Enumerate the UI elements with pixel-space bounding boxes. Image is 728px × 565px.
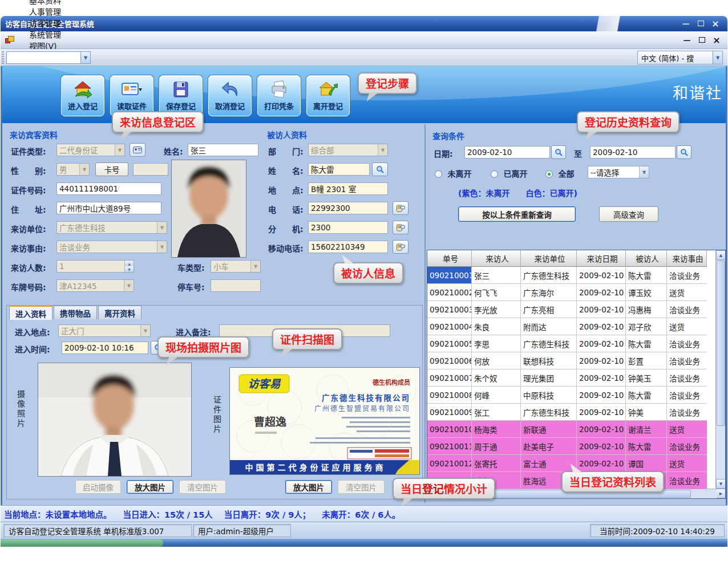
restore-icon[interactable] (694, 18, 707, 29)
address-input[interactable]: 广州市中山大道89号 (56, 202, 161, 214)
table-row[interactable]: 090210001张三广东德生科技2009-02-10陈大雷洽谈业务 (427, 267, 707, 284)
minimize-icon[interactable]: — (680, 18, 692, 29)
mobile-input[interactable]: 15602210349 (308, 241, 388, 253)
menu-item-1[interactable]: 人事管理 (21, 6, 69, 17)
requery-button[interactable]: 按以上条件重新查询 (458, 206, 576, 222)
quick-select-combobox[interactable]: ▼ (6, 51, 91, 64)
place-input[interactable]: B幢 2301 室 (308, 182, 388, 195)
card-number-button[interactable]: 卡号 (95, 162, 128, 176)
scroll-down-icon[interactable]: ▼ (716, 479, 726, 489)
vertical-scrollbar[interactable]: ▲ ▼ ▶ (715, 250, 725, 498)
tab-leave-info[interactable]: 离开资料 (98, 306, 141, 319)
enter-time-input[interactable]: 2009-02-10 10:16 (62, 342, 148, 354)
table-row[interactable]: 090210012张寄托富士通2009-02-10谭国送货 (427, 455, 707, 472)
status-filter-select[interactable]: --请选择 ▼ (588, 166, 649, 178)
dept-label: 部 门: (268, 145, 304, 157)
table-row[interactable]: 090210007朱个奴理光集团2009-02-10钟美玉洽谈业务 (427, 369, 707, 387)
leave-register-button[interactable]: 离开登记 (306, 75, 350, 116)
visit-reason-select[interactable]: 洽谈业务 ▼ (56, 241, 167, 253)
clear-photo-button[interactable]: 清空图片 (179, 480, 226, 494)
plate-select[interactable]: 津A12345 ▼ (56, 279, 134, 292)
radio-all[interactable]: 全部 (545, 168, 574, 179)
table-header-cell[interactable]: 来访人 (472, 250, 521, 266)
table-row[interactable]: 090210011周于通赴美电子2009-02-10陈大雷洽谈业务 (427, 438, 707, 455)
dept-select[interactable]: 综合部 ▼ (308, 144, 388, 156)
table-row[interactable]: 090210010杨海类新联通2009-02-10谢清兰送货 (427, 421, 707, 438)
toolbar-grip[interactable] (2, 51, 4, 64)
date-to-picker-button[interactable] (677, 145, 691, 159)
mdi-minimize-icon[interactable]: — (681, 35, 693, 45)
visit-unit-select[interactable]: 广东德生科技 ▼ (56, 221, 167, 234)
print-slip-button[interactable]: 打印凭条 (257, 75, 301, 116)
chevron-down-icon[interactable]: ▼ (80, 52, 90, 63)
menu-item-0[interactable]: 基本资料 (21, 0, 69, 6)
daily-summary-line: 当前地点：未设置本地地点。 当日进入：15次 / 15人 当日离开：9次 / 9… (1, 505, 727, 522)
parking-input[interactable] (211, 279, 261, 292)
phone-input[interactable]: 22992300 (308, 202, 388, 214)
dial-mobile-button[interactable] (393, 240, 409, 254)
mdi-close-icon[interactable]: × (710, 35, 723, 45)
id-card-reader-button[interactable] (130, 143, 145, 157)
mdi-restore-icon[interactable] (695, 35, 708, 45)
language-bar[interactable]: 中文 (简体) - 搜 ▼ (637, 51, 723, 64)
tab-carried-items[interactable]: 携带物品 (54, 306, 97, 319)
table-cell: 联想科技 (521, 352, 577, 369)
callout-daily-summary: 当日登记情况小计 (393, 478, 495, 499)
table-row[interactable]: 090210005李思广东德生科技2009-02-10陈大雷洽谈业务 (427, 335, 707, 352)
clear-card-button[interactable]: 清空图片 (338, 480, 385, 494)
search-person-button[interactable] (372, 162, 388, 176)
close-icon[interactable]: × (709, 18, 722, 29)
enter-place-select[interactable]: 正大门 ▼ (58, 324, 151, 337)
table-cell: 钟美 (626, 404, 667, 420)
table-row[interactable]: 090210003李光放广东亮相2009-02-10冯惠梅洽谈业务 (427, 301, 707, 318)
visited-name-label: 姓 名: (268, 165, 304, 176)
cert-no-input[interactable]: 4401111980010 (56, 182, 161, 195)
scrollbar-thumb[interactable] (717, 261, 725, 426)
callout-live-photo: 现场拍摄照片图 (157, 336, 249, 358)
date-from-picker-button[interactable] (551, 145, 566, 159)
dial-ext-button[interactable] (393, 221, 409, 234)
spin-up-icon[interactable]: ▲ (125, 261, 134, 266)
toolbar-button-label: 进入登记 (68, 100, 98, 111)
visited-name-input[interactable]: 陈大雷 (308, 163, 370, 176)
gender-select[interactable]: 男 ▼ (56, 163, 90, 176)
table-row[interactable]: 090210002何飞飞广东海尔2009-02-10谭玉姣送货 (427, 284, 707, 301)
table-row[interactable]: 090210009张工广东德生科技2009-02-10钟美洽谈业务 (427, 404, 707, 421)
date-from-input[interactable]: 2009-02-10 (464, 146, 550, 158)
cert-type-select[interactable]: 二代身份证 ▼ (56, 144, 125, 156)
enter-register-button[interactable]: 进入登记 (61, 75, 104, 116)
cancel-register-button[interactable]: 取消登记 (208, 75, 252, 116)
dial-phone-button[interactable] (393, 201, 409, 215)
zoom-card-button[interactable]: 放大图片 (285, 480, 332, 494)
car-type-select[interactable]: 小车 ▼ (211, 260, 261, 273)
table-header-cell[interactable]: 单号 (427, 250, 472, 266)
table-row[interactable]: 090210006何放联想科技2009-02-10彭置洽谈业务 (427, 352, 707, 369)
cert-no-label: 证件号码: (11, 184, 46, 196)
save-register-button[interactable]: 保存登记 (159, 75, 203, 116)
radio-not-left[interactable]: 未离开 (435, 168, 471, 179)
zoom-photo-button[interactable]: 放大图片 (127, 480, 173, 494)
table-header-cell[interactable]: 来访单位 (521, 250, 577, 266)
menu-item-2[interactable]: 访客管理 (21, 17, 69, 29)
radio-left[interactable]: 已离开 (491, 168, 527, 179)
table-row[interactable]: 090210008何峰中原科技2009-02-10陈大雷洽谈业务 (427, 387, 707, 404)
table-row[interactable]: 090210004朱良附而达2009-02-10邓子欣送货 (427, 318, 707, 335)
table-header-cell[interactable]: 被访人 (626, 250, 667, 266)
visitor-count-stepper[interactable]: 1 ▲▼ (56, 260, 134, 273)
scroll-right-icon[interactable]: ▶ (716, 489, 726, 498)
read-card-button[interactable]: 读取证件 (110, 75, 153, 116)
advanced-query-button[interactable]: 高级查询 (599, 206, 658, 222)
date-to-input[interactable]: 2009-02-10 (590, 146, 676, 158)
scroll-up-icon[interactable]: ▲ (716, 250, 726, 260)
menu-item-3[interactable]: 系统管理 (21, 29, 69, 40)
visitor-name-input[interactable]: 张三 (188, 144, 258, 156)
ext-input[interactable]: 2300 (308, 221, 388, 234)
table-header-cell[interactable]: 来访日期 (577, 250, 626, 266)
chevron-down-icon[interactable]: ▼ (713, 51, 722, 64)
spin-down-icon[interactable]: ▼ (125, 266, 134, 272)
start-camera-button[interactable]: 启动摄像 (75, 480, 121, 494)
card-number-input[interactable] (133, 163, 168, 176)
tab-enter-info[interactable]: 进入资料 (9, 305, 52, 320)
parking-label: 停车号: (177, 281, 205, 292)
table-header-cell[interactable]: 来访事由 (667, 250, 707, 266)
